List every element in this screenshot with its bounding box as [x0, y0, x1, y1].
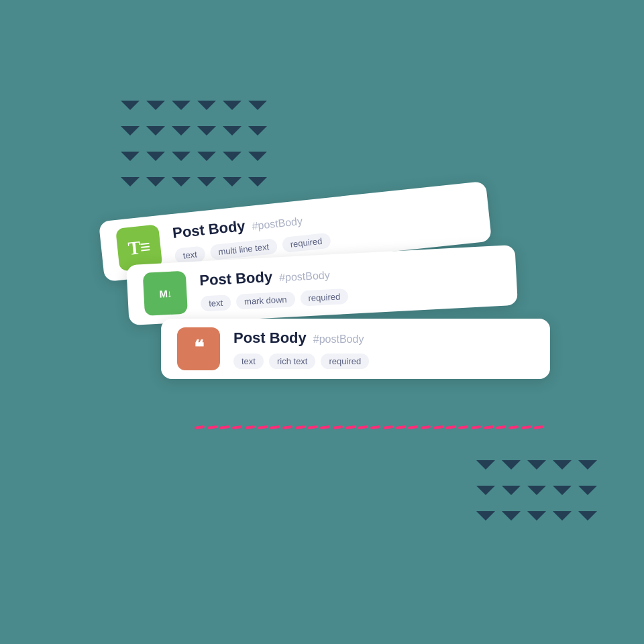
card-1-title: Post Body	[172, 217, 246, 241]
scene: T≡ Post Body #postBody text multi line t…	[87, 154, 557, 490]
card-3-title: Post Body	[233, 329, 307, 347]
tag-required-3: required	[321, 354, 369, 369]
tag-required-2: required	[300, 288, 349, 306]
decoration-triangles-top	[121, 101, 267, 196]
card-2-content: Post Body #postBody text mark down requi…	[199, 256, 501, 311]
card-1-hash: #postBody	[252, 215, 303, 232]
card-2-title: Post Body	[199, 268, 273, 289]
card-3-tags: text rich text required	[233, 354, 534, 369]
tag-required: required	[282, 232, 331, 252]
pink-dashes-decoration	[195, 425, 543, 429]
tag-multiline: multi line text	[209, 238, 278, 260]
tag-markdown: mark down	[235, 291, 295, 310]
tag-text-3: text	[233, 354, 264, 369]
markdown-icon: M↓	[159, 287, 172, 299]
card-2-icon: M↓	[143, 271, 188, 316]
card-3-title-row: Post Body #postBody	[233, 329, 534, 347]
card-3-icon: ❝	[177, 327, 220, 370]
card-3-content: Post Body #postBody text rich text requi…	[233, 329, 534, 369]
card-3-hash: #postBody	[313, 333, 364, 345]
tag-richtext: rich text	[269, 354, 316, 369]
quote-icon: ❝	[194, 338, 204, 357]
tag-text-2: text	[201, 294, 231, 311]
card-richtext[interactable]: ❝ Post Body #postBody text rich text req…	[161, 319, 550, 379]
card-2-hash: #postBody	[279, 269, 330, 284]
cards-stack: T≡ Post Body #postBody text multi line t…	[87, 188, 557, 456]
decoration-triangles-bottom	[476, 460, 597, 530]
